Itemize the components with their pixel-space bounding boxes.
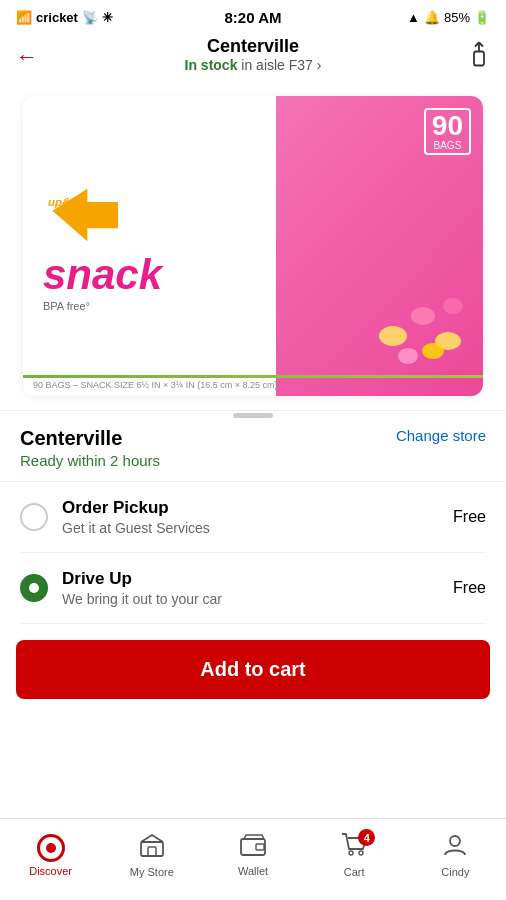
bag-count-box: 90 BAGS: [424, 108, 471, 155]
drive-up-option[interactable]: Drive Up We bring it out to your car Fre…: [20, 553, 486, 624]
order-pickup-radio[interactable]: [20, 503, 48, 531]
drive-up-details: Drive Up We bring it out to your car: [62, 569, 439, 607]
nav-item-my-store[interactable]: My Store: [101, 833, 202, 878]
wallet-icon: [240, 834, 266, 862]
stock-status: In stock in aisle F37 ›: [185, 57, 322, 73]
nav-item-cindy[interactable]: Cindy: [405, 833, 506, 878]
cart-icon: 4: [341, 833, 367, 863]
bpa-label: BPA free°: [43, 300, 266, 312]
my-store-label: My Store: [130, 866, 174, 878]
svg-point-14: [349, 851, 353, 855]
carrier-label: cricket: [36, 10, 78, 25]
header-title: Centerville In stock in aisle F37 ›: [185, 36, 322, 73]
nav-item-discover[interactable]: Discover: [0, 834, 101, 877]
svg-rect-13: [256, 844, 264, 850]
svg-point-7: [398, 348, 418, 364]
pickup-options: Order Pickup Get it at Guest Services Fr…: [0, 482, 506, 624]
loading-icon: ✳: [102, 10, 113, 25]
order-pickup-title: Order Pickup: [62, 498, 439, 518]
svg-rect-10: [141, 842, 163, 856]
ready-text: Ready within 2 hours: [20, 452, 486, 469]
bag-right-panel: 90 BAGS: [276, 96, 483, 396]
store-name: Centerville: [20, 427, 122, 450]
svg-point-5: [411, 307, 435, 325]
status-left: 📶 cricket 📡 ✳: [16, 10, 113, 25]
chevron-right-icon: ›: [317, 57, 322, 73]
alarm-icon: 🔔: [424, 10, 440, 25]
add-to-cart-section: Add to cart: [0, 624, 506, 715]
drive-up-title: Drive Up: [62, 569, 439, 589]
store-header: Centerville Change store: [20, 427, 486, 450]
aisle-label: in aisle F37: [241, 57, 313, 73]
status-bar: 📶 cricket 📡 ✳ 8:20 AM ▲ 🔔 85% 🔋: [0, 0, 506, 32]
add-to-cart-button[interactable]: Add to cart: [16, 640, 490, 699]
cart-badge: 4: [358, 829, 375, 846]
bag-count: 90: [432, 112, 463, 140]
store-title: Centerville: [185, 36, 322, 57]
page-header: ← Centerville In stock in aisle F37 ›: [0, 32, 506, 81]
svg-point-9: [443, 298, 463, 314]
bag-left-panel: up&up snack BPA free°: [23, 96, 276, 396]
cindy-label: Cindy: [441, 866, 469, 878]
drive-up-subtitle: We bring it out to your car: [62, 591, 439, 607]
discover-label: Discover: [29, 865, 72, 877]
snack-label: snack: [43, 254, 266, 296]
svg-point-16: [450, 836, 460, 846]
status-time: 8:20 AM: [225, 9, 282, 26]
order-pickup-price: Free: [453, 508, 486, 526]
svg-rect-12: [241, 839, 265, 855]
order-pickup-option[interactable]: Order Pickup Get it at Guest Services Fr…: [20, 482, 486, 553]
signal-icon: 📶: [16, 10, 32, 25]
upup-logo: up&up: [43, 180, 123, 250]
order-pickup-subtitle: Get it at Guest Services: [62, 520, 439, 536]
candy-decoration: [373, 276, 473, 376]
store-section: Centerville Change store Ready within 2 …: [0, 411, 506, 482]
order-pickup-details: Order Pickup Get it at Guest Services: [62, 498, 439, 536]
svg-rect-11: [148, 847, 156, 856]
battery-icon: 🔋: [474, 10, 490, 25]
svg-point-15: [359, 851, 363, 855]
change-store-button[interactable]: Change store: [396, 427, 486, 444]
scroll-indicator: [233, 413, 273, 418]
back-button[interactable]: ←: [16, 44, 38, 70]
discover-icon: [37, 834, 65, 862]
nav-item-cart[interactable]: 4 Cart: [304, 833, 405, 878]
battery-label: 85%: [444, 10, 470, 25]
bag-count-label: BAGS: [432, 140, 463, 151]
status-right: ▲ 🔔 85% 🔋: [407, 10, 490, 25]
my-store-icon: [139, 833, 165, 863]
wifi-icon: 📡: [82, 10, 98, 25]
cindy-icon: [443, 833, 467, 863]
wallet-label: Wallet: [238, 865, 268, 877]
product-image-container: up&up snack BPA free° 90 BAGS: [0, 81, 506, 411]
location-icon: ▲: [407, 10, 420, 25]
drive-up-radio[interactable]: [20, 574, 48, 602]
drive-up-price: Free: [453, 579, 486, 597]
snack-bag-visual: up&up snack BPA free° 90 BAGS: [23, 96, 483, 396]
svg-rect-0: [474, 51, 484, 65]
cart-label: Cart: [344, 866, 365, 878]
in-stock-label: In stock: [185, 57, 238, 73]
nav-item-wallet[interactable]: Wallet: [202, 834, 303, 877]
share-button[interactable]: [468, 41, 490, 72]
bottom-nav: Discover My Store Wallet: [0, 818, 506, 900]
svg-point-4: [379, 326, 407, 346]
radio-inner-dot: [29, 583, 39, 593]
svg-point-8: [422, 343, 444, 359]
product-image: up&up snack BPA free° 90 BAGS: [23, 96, 483, 396]
